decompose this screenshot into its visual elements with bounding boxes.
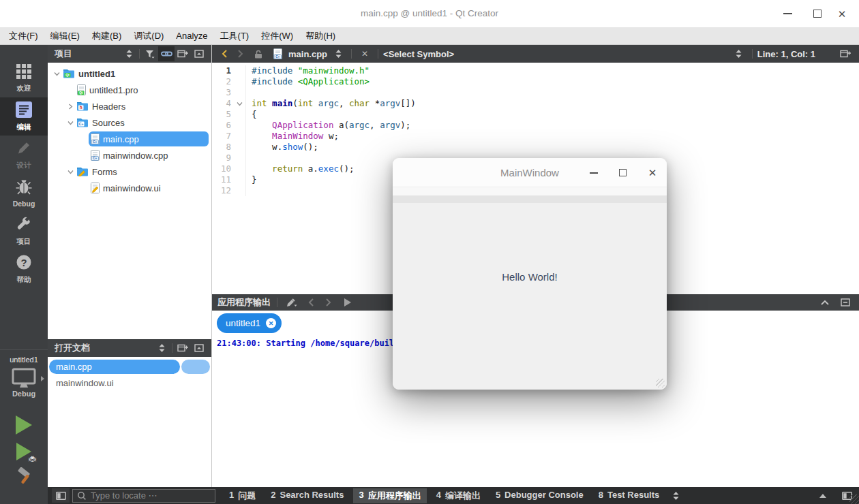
previous-item-icon[interactable]: [304, 298, 318, 306]
tree-item-mainwindow-cpp[interactable]: C+mainwindow.cpp: [48, 147, 211, 163]
split-editor-icon[interactable]: [837, 46, 854, 61]
tree-item-Headers[interactable]: hHeaders: [48, 98, 211, 114]
code-text[interactable]: #include <QApplication>: [252, 76, 370, 87]
mode-item-design[interactable]: 设计: [0, 136, 48, 174]
output-pane-button-4[interactable]: 4编译输出: [431, 488, 486, 503]
split-panel-icon[interactable]: [175, 46, 191, 61]
locator-box[interactable]: [72, 489, 215, 503]
document-picker-updown-icon[interactable]: [330, 46, 346, 61]
output-run-tab[interactable]: untitled1 ✕: [217, 313, 282, 333]
go-back-icon[interactable]: [217, 50, 231, 58]
output-pane-button-3[interactable]: 3应用程序输出: [353, 488, 426, 503]
menu-item-7[interactable]: 帮助(H): [299, 27, 342, 44]
menu-item-4[interactable]: Analyze: [170, 27, 213, 44]
close-document-icon[interactable]: ✕: [357, 46, 373, 61]
code-text[interactable]: }: [252, 174, 257, 185]
fold-column: [234, 65, 246, 76]
split-panel-icon[interactable]: [175, 341, 191, 356]
next-item-icon[interactable]: [322, 298, 335, 306]
panel-picker-updown-icon[interactable]: [121, 46, 137, 61]
mode-item-projects[interactable]: 项目: [0, 212, 48, 250]
mode-item-welcome[interactable]: 欢迎: [0, 59, 48, 97]
clear-output-icon[interactable]: [284, 295, 300, 310]
toggle-left-sidebar-button[interactable]: [52, 488, 70, 503]
menu-item-6[interactable]: 控件(W): [255, 27, 299, 44]
pane-number: 5: [496, 490, 500, 502]
code-line-2: 2#include <QApplication>: [212, 76, 859, 87]
fold-column: [234, 163, 246, 174]
mode-item-edit[interactable]: 编辑: [0, 97, 48, 136]
tree-item-untitled1[interactable]: Qtuntitled1: [48, 65, 211, 82]
tree-item-untitled1-pro[interactable]: Qtuntitled1.pro: [48, 82, 211, 98]
window-resize-grip[interactable]: [849, 494, 859, 504]
menu-item-0[interactable]: 文件(F): [3, 27, 44, 44]
code-text[interactable]: int main(int argc, char *argv[]): [252, 98, 416, 109]
tree-item-main-cpp[interactable]: C+main.cpp: [48, 131, 211, 147]
maximize-button[interactable]: [806, 0, 829, 27]
tree-item-mainwindow-ui[interactable]: mainwindow.ui: [48, 180, 211, 196]
folder-c-icon: C+: [77, 118, 89, 127]
output-pane-button-5[interactable]: 5Debugger Console: [490, 488, 589, 503]
app-maximize-button[interactable]: [614, 158, 631, 187]
open-doc-mainwindow-ui[interactable]: mainwindow.ui: [49, 375, 210, 390]
separator: [351, 49, 352, 59]
chevron-down-icon[interactable]: [65, 170, 75, 174]
menu-item-3[interactable]: 调试(D): [127, 27, 170, 44]
sync-with-editor-icon[interactable]: [158, 46, 175, 61]
kit-selector-button[interactable]: [9, 368, 39, 388]
panel-picker-updown-icon[interactable]: [153, 341, 170, 356]
titlebar[interactable]: main.cpp @ untitled1 - Qt Creator ✕: [0, 0, 859, 27]
mode-item-help[interactable]: ?帮助: [0, 250, 48, 288]
menu-item-5[interactable]: 工具(T): [214, 27, 256, 44]
close-panel-icon[interactable]: [191, 341, 207, 356]
application-output-log[interactable]: 21:43:00: Starting /home/square/build: [217, 338, 399, 348]
debug-run-button[interactable]: 🐞︎: [16, 443, 32, 460]
pane-overflow-updown-icon[interactable]: [667, 488, 684, 503]
symbol-updown-icon[interactable]: [731, 46, 747, 61]
rerun-icon[interactable]: [340, 295, 356, 310]
filter-icon[interactable]: [142, 46, 158, 61]
output-pane-button-2[interactable]: 2Search Results: [265, 488, 349, 503]
chevron-down-icon[interactable]: [52, 72, 61, 76]
app-window-titlebar[interactable]: MainWindow ✕: [393, 158, 667, 187]
code-text[interactable]: MainWindow w;: [252, 131, 339, 142]
app-minimize-button[interactable]: [585, 158, 603, 187]
app-resize-grip[interactable]: [656, 379, 665, 388]
maximize-output-pane-icon[interactable]: [817, 295, 833, 310]
open-doc-main-cpp[interactable]: main.cpp: [49, 359, 210, 374]
fold-marker-icon[interactable]: [234, 98, 246, 109]
output-pane-menu-icon[interactable]: [837, 295, 854, 310]
locator-input[interactable]: [91, 490, 200, 501]
output-pane-button-8[interactable]: 8Test Results: [593, 488, 665, 503]
tree-item-Sources[interactable]: C+Sources: [48, 114, 211, 131]
code-text[interactable]: #include "mainwindow.h": [252, 65, 370, 76]
run-button[interactable]: [0, 415, 48, 435]
tree-item-Forms[interactable]: Forms: [48, 163, 211, 180]
code-text[interactable]: {: [252, 109, 257, 120]
cpp-file-icon: C+: [269, 46, 286, 61]
build-button[interactable]: [0, 467, 48, 488]
open-documents-panel: 打开文档 main.cppmainwindow.ui: [48, 339, 212, 487]
menu-item-2[interactable]: 构建(B): [86, 27, 127, 44]
window-title: main.cpp @ untitled1 - Qt Creator: [0, 0, 859, 27]
close-button[interactable]: ✕: [830, 0, 854, 27]
file-lock-icon[interactable]: [250, 46, 267, 61]
stop-run-close-icon[interactable]: ✕: [266, 318, 276, 328]
menu-item-1[interactable]: 编辑(E): [44, 27, 86, 44]
close-doc-button[interactable]: [181, 360, 210, 374]
code-text[interactable]: QApplication a(argc, argv);: [252, 120, 410, 131]
expand-output-arrow-icon[interactable]: [819, 494, 826, 498]
mode-item-debug[interactable]: Debug: [0, 174, 48, 212]
go-forward-icon[interactable]: [234, 50, 247, 58]
minimize-button[interactable]: [776, 0, 799, 27]
app-close-button[interactable]: ✕: [644, 158, 661, 187]
svg-text:C+: C+: [79, 122, 84, 126]
symbol-selector[interactable]: <Select Symbol>: [383, 49, 454, 59]
editor-file-name[interactable]: main.cpp: [288, 49, 327, 59]
chevron-right-icon[interactable]: [65, 104, 75, 110]
output-pane-button-1[interactable]: 1问题: [224, 488, 261, 503]
close-panel-icon[interactable]: [191, 46, 207, 61]
chevron-down-icon[interactable]: [65, 121, 75, 125]
code-text[interactable]: w.show();: [252, 142, 318, 153]
code-text[interactable]: return a.exec();: [252, 163, 355, 174]
